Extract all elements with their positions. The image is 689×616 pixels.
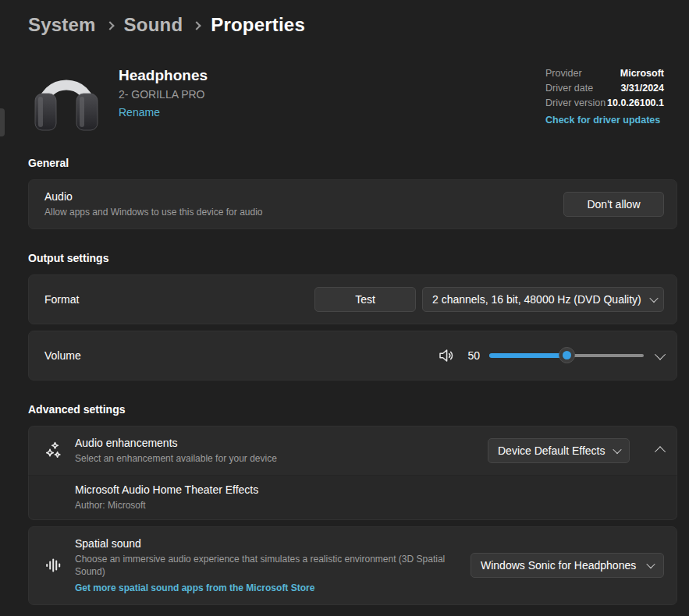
driver-version-value: 10.0.26100.1 — [607, 97, 664, 108]
volume-slider-thumb-dot — [563, 351, 571, 359]
breadcrumb-sound[interactable]: Sound — [124, 14, 183, 36]
spatial-sound-card: Spatial sound Choose an immersive audio … — [28, 526, 677, 604]
device-subtitle: 2- GORILLA PRO — [119, 88, 208, 101]
driver-row-version: Driver version 10.0.26100.1 — [545, 97, 664, 108]
spatial-sound-dropdown[interactable]: Windows Sonic for Headphones — [471, 553, 664, 578]
waveform-icon — [44, 556, 63, 575]
driver-info: Provider Microsoft Driver date 3/31/2024… — [545, 68, 664, 126]
spatial-sound-title: Spatial sound — [75, 537, 459, 550]
volume-value: 50 — [466, 349, 480, 362]
spatial-sound-description: Choose an immersive audio experience tha… — [75, 553, 459, 578]
chevron-down-icon — [646, 560, 655, 568]
audio-enhancements-title: Audio enhancements — [75, 437, 277, 449]
volume-slider[interactable] — [489, 347, 644, 364]
breadcrumb-system[interactable]: System — [28, 14, 96, 36]
enhancements-collapse-chevron-up-icon[interactable] — [655, 446, 666, 457]
spatial-sound-text: Spatial sound Choose an immersive audio … — [75, 527, 459, 604]
audio-enhancements-description: Select an enhancement available for your… — [75, 452, 277, 465]
section-output-title: Output settings — [28, 252, 677, 264]
spatial-dropdown-value: Windows Sonic for Headphones — [481, 559, 636, 572]
volume-slider-fill — [489, 353, 566, 358]
sparkles-icon — [44, 441, 63, 460]
audio-enhancements-text: Audio enhancements Select an enhancement… — [75, 437, 277, 465]
spatial-store-link[interactable]: Get more spatial sound apps from the Mic… — [75, 582, 314, 593]
driver-date-value: 3/31/2024 — [620, 83, 664, 94]
enhancement-item-title: Microsoft Audio Home Theater Effects — [75, 483, 664, 496]
speaker-icon — [438, 347, 455, 364]
audio-permission-text: Audio Allow apps and Windows to use this… — [44, 190, 263, 218]
breadcrumb: System Sound Properties — [0, 0, 689, 36]
chevron-right-icon — [193, 21, 201, 30]
driver-row-provider: Provider Microsoft — [545, 68, 664, 79]
enhancements-dropdown-value: Device Default Effects — [498, 444, 605, 457]
enhancement-item-author: Author: Microsoft — [75, 499, 664, 512]
format-label: Format — [44, 293, 79, 306]
driver-version-label: Driver version — [545, 97, 606, 108]
device-header: Headphones 2- GORILLA PRO Rename Provide… — [31, 59, 677, 134]
chevron-right-icon — [105, 21, 114, 30]
section-general-title: General — [28, 157, 677, 169]
check-driver-updates-link[interactable]: Check for driver updates — [545, 115, 660, 126]
driver-provider-label: Provider — [545, 68, 582, 79]
breadcrumb-properties: Properties — [211, 14, 305, 36]
device-meta: Headphones 2- GORILLA PRO Rename — [119, 59, 208, 134]
enhancements-dropdown[interactable]: Device Default Effects — [488, 438, 630, 463]
volume-card: Volume 50 — [28, 331, 677, 381]
driver-provider-value: Microsoft — [620, 68, 664, 79]
nav-pane-fragment — [0, 108, 5, 136]
format-dropdown-value: 2 channels, 16 bit, 48000 Hz (DVD Qualit… — [432, 293, 641, 306]
section-advanced-title: Advanced settings — [28, 403, 677, 416]
rename-link[interactable]: Rename — [119, 106, 160, 119]
headphones-image — [31, 59, 101, 133]
settings-content: General Audio Allow apps and Windows to … — [0, 157, 689, 605]
device-name: Headphones — [119, 67, 208, 84]
chevron-down-icon — [649, 294, 658, 303]
dont-allow-button[interactable]: Don't allow — [563, 192, 664, 217]
driver-row-date: Driver date 3/31/2024 — [545, 83, 664, 94]
audio-permission-description: Allow apps and Windows to use this devic… — [44, 206, 263, 218]
audio-permission-title: Audio — [44, 190, 263, 203]
chevron-down-icon — [613, 445, 622, 454]
volume-slider-thumb[interactable] — [559, 347, 575, 363]
enhancement-item-row: Microsoft Audio Home Theater Effects Aut… — [28, 476, 677, 520]
audio-permission-card: Audio Allow apps and Windows to use this… — [28, 179, 677, 229]
volume-expander-chevron-down-icon[interactable] — [655, 349, 666, 360]
format-card: Format Test 2 channels, 16 bit, 48000 Hz… — [28, 274, 677, 324]
driver-date-label: Driver date — [545, 83, 593, 94]
volume-controls: 50 — [438, 347, 664, 364]
test-button[interactable]: Test — [314, 287, 416, 312]
audio-enhancements-card: Audio enhancements Select an enhancement… — [28, 426, 677, 476]
volume-label: Volume — [44, 349, 81, 362]
format-dropdown[interactable]: 2 channels, 16 bit, 48000 Hz (DVD Qualit… — [422, 287, 664, 312]
